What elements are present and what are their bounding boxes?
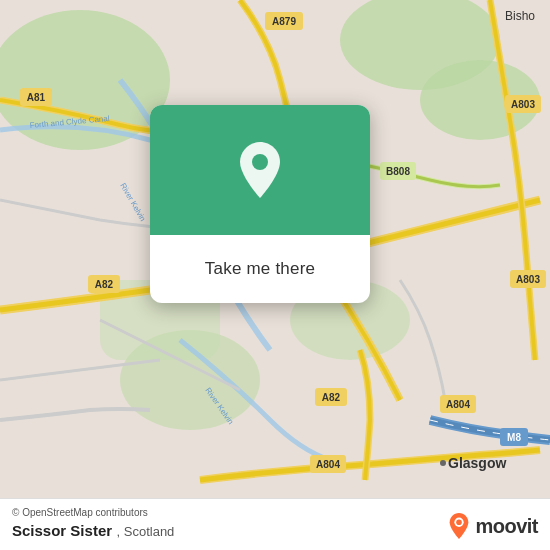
svg-text:A803: A803 [516, 274, 540, 285]
svg-text:A82: A82 [95, 279, 114, 290]
svg-text:A81: A81 [27, 92, 46, 103]
location-pin-icon [235, 140, 285, 200]
svg-text:B808: B808 [386, 166, 410, 177]
svg-point-36 [457, 519, 463, 525]
location-name: Scissor Sister [12, 522, 112, 539]
svg-point-32 [440, 460, 446, 466]
svg-text:A82: A82 [322, 392, 341, 403]
svg-text:Bisho: Bisho [505, 9, 535, 23]
card-button-section: Take me there [150, 235, 370, 303]
svg-text:M8: M8 [507, 432, 521, 443]
svg-text:River Kelvin: River Kelvin [118, 182, 147, 223]
bottom-bar: © OpenStreetMap contributors Scissor Sis… [0, 498, 550, 550]
moovit-pin-icon [447, 512, 471, 540]
take-me-there-button[interactable]: Take me there [166, 249, 354, 289]
svg-text:A804: A804 [446, 399, 470, 410]
svg-text:A803: A803 [511, 99, 535, 110]
map-container: A879 A81 A82 A82 A81 B808 A803 A803 A804… [0, 0, 550, 550]
card-overlay: Take me there [150, 105, 370, 303]
svg-text:Glasgow: Glasgow [448, 455, 506, 471]
moovit-logo: moovit [447, 512, 538, 540]
card-map-section [150, 105, 370, 235]
svg-text:A804: A804 [316, 459, 340, 470]
moovit-text: moovit [475, 515, 538, 538]
svg-text:A879: A879 [272, 16, 296, 27]
svg-point-34 [252, 154, 268, 170]
location-sub: Scotland [124, 524, 175, 539]
